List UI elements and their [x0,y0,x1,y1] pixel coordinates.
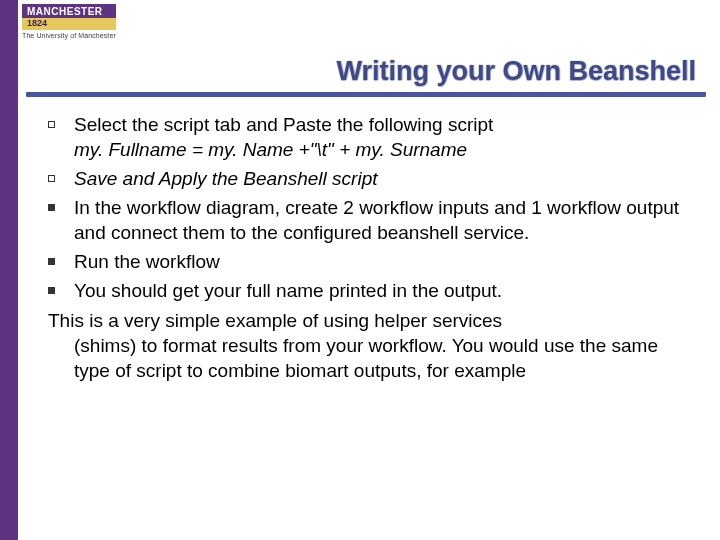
bullet-filled-square-icon [48,195,74,245]
left-strip-text [0,0,18,540]
list-item: Save and Apply the Beanshell script [48,166,698,191]
list-item: Select the script tab and Paste the foll… [48,112,698,162]
bullet-hollow-square-icon [48,166,74,191]
list-item-text: Run the workflow [74,249,698,274]
list-item-text: Select the script tab and Paste the foll… [74,112,698,162]
slide-body: Select the script tab and Paste the foll… [48,112,698,383]
closing-paragraph: This is a very simple example of using h… [48,308,698,383]
list-item: You should get your full name printed in… [48,278,698,303]
logo-year: 1824 [22,18,116,30]
list-item-text: Save and Apply the Beanshell script [74,166,698,191]
closing-first-line: This is a very simple example of using h… [48,308,698,333]
left-brand-strip [0,0,18,540]
bullet-filled-square-icon [48,278,74,303]
slide-title: Writing your Own Beanshell [40,56,696,87]
bullet-filled-square-icon [48,249,74,274]
logo-subline: The University of Manchester [22,32,116,39]
list-item: Run the workflow [48,249,698,274]
list-item: In the workflow diagram, create 2 workfl… [48,195,698,245]
bullet-hollow-square-icon [48,112,74,162]
logo-name: MANCHESTER [22,4,116,18]
list-item-text: In the workflow diagram, create 2 workfl… [74,195,698,245]
list-item-text: You should get your full name printed in… [74,278,698,303]
title-underline [26,92,706,97]
university-logo: MANCHESTER 1824 The University of Manche… [22,4,116,39]
closing-continuation: (shims) to format results from your work… [74,333,698,383]
